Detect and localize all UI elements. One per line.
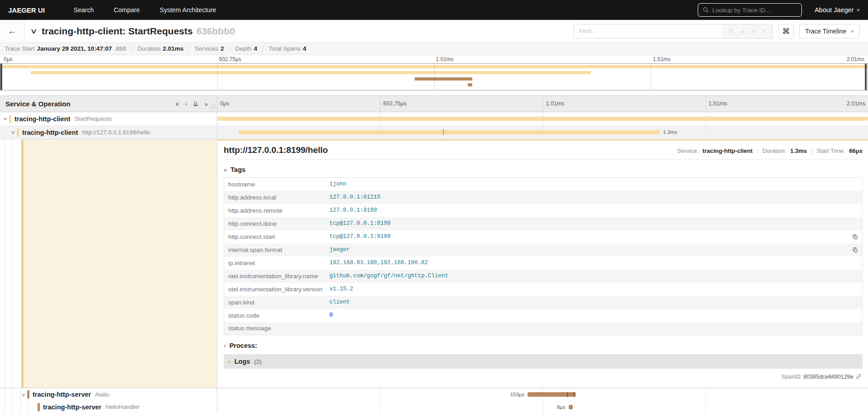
span-detail-row: http://127.0.0.1:8199/hello Service:trac… [0, 139, 868, 388]
log-marker[interactable] [574, 392, 574, 398]
chevron-down-icon: ∨ [856, 8, 860, 12]
span-detail-panel: http://127.0.0.1:8199/hello Service:trac… [217, 139, 868, 388]
page-title: tracing-http-client: StartRequests636bbb… [42, 26, 235, 37]
nav-links: Search Compare System Architecture [74, 6, 216, 14]
tag-row[interactable]: otel.instrumentation_library.versionv1.1… [224, 283, 863, 296]
search-icon [703, 7, 709, 13]
detail-row-indent-column [0, 139, 217, 388]
minimap-right-scrubber[interactable] [865, 64, 867, 90]
trace-id-lookup [698, 3, 802, 17]
tag-row[interactable]: otel.instrumentation_library.namegithub.… [224, 270, 863, 283]
log-marker[interactable] [443, 129, 444, 135]
logs-section-toggle[interactable]: › Logs (2) [224, 354, 863, 369]
timeline-minimap: 0μs 502.75μs 1.01ms 1.51ms 2.01ms [0, 55, 868, 93]
chevron-down-icon[interactable]: ∨ [0, 116, 10, 121]
span-id-value: 80385dce6490129e [803, 374, 854, 380]
scroll-to-match-icon[interactable]: ⊙ [729, 28, 733, 34]
minimap-left-scrubber[interactable] [0, 64, 2, 90]
back-button[interactable]: ← [0, 20, 25, 42]
span-bar[interactable] [217, 117, 868, 121]
trace-id-lookup-input[interactable] [712, 7, 797, 14]
span-id-row: SpanID: 80385dce6490129e [224, 374, 863, 380]
copy-icon[interactable] [852, 247, 858, 253]
trace-page-header: ← ∨ tracing-http-client: StartRequests63… [0, 20, 868, 43]
span-bar[interactable] [239, 130, 660, 134]
detail-span-title: http://127.0.0.1:8199/hello [224, 145, 328, 155]
keyboard-shortcuts-button[interactable]: ⌘ [778, 24, 794, 38]
tag-row[interactable]: http.address.local127.0.0.1:61215 [224, 191, 863, 204]
chevron-down-icon: ∨ [850, 29, 854, 33]
link-icon[interactable] [856, 374, 862, 380]
clear-find-icon[interactable]: × [763, 28, 766, 34]
find-input[interactable] [574, 24, 722, 38]
trace-duration: Duration2.01ms [137, 45, 183, 52]
trace-view-selector[interactable]: Trace Timeline ∨ [799, 24, 860, 38]
tag-row[interactable]: ip.intranet192.168.93.180,192.168.100.82 [224, 256, 863, 270]
trace-total-spans: Total Spans4 [269, 45, 306, 52]
nav-item-compare[interactable]: Compare [114, 6, 140, 14]
copy-icon[interactable] [852, 234, 858, 240]
process-section-toggle[interactable]: › Process: [224, 342, 863, 349]
trace-services: Services2 [195, 45, 224, 52]
nav-item-system-architecture[interactable]: System Architecture [160, 6, 216, 14]
span-duration-label: 153μs [510, 392, 525, 397]
app-brand[interactable]: JAEGER UI [8, 6, 45, 14]
span-row-startrequests[interactable]: ∨ tracing-http-client StartRequests [0, 112, 868, 126]
prev-match-icon[interactable]: ∧ [741, 28, 745, 34]
trace-start: Trace Start January 29 2021, 10:47:07.85… [5, 45, 126, 52]
detail-span-meta: Service:tracing-http-client | Duration:1… [677, 147, 863, 154]
minimap-canvas[interactable] [0, 63, 868, 90]
tag-row[interactable]: http.address.remote127.0.0.1:8199 [224, 204, 863, 217]
tag-row[interactable]: status.message [224, 322, 863, 335]
chevron-right-icon: › [228, 359, 230, 364]
span-duration-label: 1.3ms [663, 129, 677, 135]
logs-count: (2) [254, 358, 262, 365]
minimap-span-bar [468, 83, 472, 86]
chevron-down-icon[interactable]: ∨ [19, 392, 29, 397]
find-box: ⊙ ∧ ∨ × [574, 24, 773, 38]
tag-row[interactable]: internal.span.formatjaeger [224, 243, 863, 256]
tag-row[interactable]: http.connect.starttcp@127.0.0.1:8199 [224, 230, 863, 243]
log-marker[interactable] [567, 392, 568, 398]
service-color-stripe [38, 403, 40, 411]
timeline-grid-header: Service & Operation ∨ › ⇊ » 0μs 502.75μs… [0, 95, 868, 112]
trace-depth: Depth4 [235, 45, 258, 52]
next-match-icon[interactable]: ∨ [752, 28, 756, 34]
timeline-ruler: 0μs 502.75μs 1.01ms 1.51ms 2.01ms [217, 96, 868, 112]
trace-summary-bar: Trace Start January 29 2021, 10:47:07.85… [0, 43, 868, 55]
tag-row[interactable]: http.connect.donetcp@127.0.0.1:8199 [224, 217, 863, 230]
expand-one-icon[interactable]: › [185, 100, 187, 108]
span-row-http-server-hello[interactable]: ∨ tracing-http-server /hello 153μs [0, 388, 868, 401]
about-jaeger-menu[interactable]: About Jaeger ∨ [815, 6, 860, 14]
service-operation-header: Service & Operation [5, 100, 70, 108]
top-navbar: JAEGER UI Search Compare System Architec… [0, 0, 868, 20]
chevron-down-icon: ∨ [223, 167, 228, 172]
chevron-down-icon[interactable]: ∨ [8, 130, 18, 135]
minimap-span-bar [31, 71, 591, 74]
minimap-ruler: 0μs 502.75μs 1.01ms 1.51ms 2.01ms [0, 55, 868, 63]
collapse-all-icon[interactable]: ⇊ [193, 100, 198, 108]
chevron-right-icon: › [224, 343, 226, 348]
column-resizer-grip[interactable] [212, 104, 215, 109]
span-bar[interactable] [569, 405, 573, 409]
span-row-http-server-hellohandler[interactable]: tracing-http-server HelloHandler 8μs [0, 401, 868, 413]
expand-all-icon[interactable]: » [204, 100, 208, 108]
span-bar[interactable] [528, 392, 575, 397]
span-row-http-client-selected[interactable]: ∨ tracing-http-client http://127.0.0.1:8… [0, 126, 868, 139]
nav-item-search[interactable]: Search [74, 6, 94, 14]
tag-row[interactable]: hostnameijohn [224, 178, 863, 191]
collapse-trace-chevron-icon[interactable]: ∨ [30, 27, 37, 35]
tags-table: hostnameijohn http.address.local127.0.0.… [224, 177, 863, 335]
collapse-one-icon[interactable]: ∨ [175, 100, 180, 108]
tags-section-toggle[interactable]: ∨ Tags [224, 166, 863, 173]
tag-row[interactable]: status.code0 [224, 309, 863, 322]
tag-row[interactable]: span.kindclient [224, 296, 863, 309]
minimap-span-bar [415, 77, 472, 81]
trace-id-badge: 636bbb0 [197, 26, 235, 36]
detail-row-accent [21, 139, 217, 388]
span-duration-label: 8μs [557, 404, 566, 410]
